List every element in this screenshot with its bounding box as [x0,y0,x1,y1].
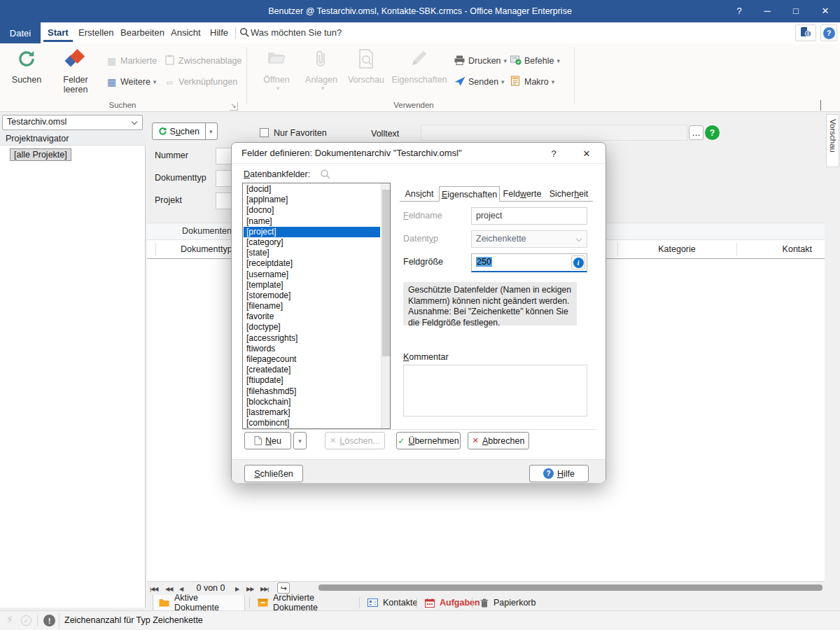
tab-hilfe[interactable]: Hilfe [206,22,232,43]
ribbon-senden-button[interactable]: Senden ▾ [454,74,505,90]
db-field-item[interactable]: [name] [244,216,380,227]
dialog-close-button[interactable]: ✕ [578,146,596,161]
listbox-scrollbar[interactable] [381,183,390,428]
db-field-item[interactable]: [blockchain] [244,397,380,407]
dialog-tab-feldwerte[interactable]: Feldwerte [500,186,545,202]
db-field-item[interactable]: [filehashmd5] [244,386,380,397]
tab-datei[interactable]: Datei [0,22,41,43]
tree-item-alle-projekte[interactable]: [alle Projekte] [10,148,71,161]
project-tree: [alle Projekte] [0,146,146,608]
tab-start[interactable]: Start [43,22,73,43]
db-field-item[interactable]: [lastremark] [244,407,380,418]
new-page-icon [254,436,262,445]
scrollbar-thumb[interactable] [382,190,390,356]
titlebar: Benutzer @ Testarchiv.omsl, Kontakte-SBK… [0,0,840,22]
hilfe-button[interactable]: ? Hilfe [529,465,589,482]
nav-next-page-button[interactable]: ▶▶ [246,584,253,594]
collapse-ribbon-button[interactable] [820,101,821,111]
loeschen-button: ✕ Löschen... [325,432,385,449]
db-field-item[interactable]: [state] [244,248,380,258]
dialog-tab-ansicht[interactable]: Ansicht [400,186,439,202]
volltext-help-button[interactable]: ? [705,125,720,140]
uebernehmen-button[interactable]: ✓ Übernehmen [396,432,461,449]
ribbon-weitere-button[interactable]: ▦ Weitere ▾ [106,74,156,90]
nav-prev-page-button[interactable]: ◀◀ [165,584,172,594]
web-help-button[interactable] [795,24,816,41]
db-field-item[interactable]: [receiptdate] [244,258,380,269]
neu-dropdown-button[interactable]: ▾ [293,432,307,449]
db-field-item[interactable]: [filename] [244,301,380,312]
chevron-down-icon [576,236,582,241]
tab-bearbeiten[interactable]: Bearbeiten [116,22,169,43]
db-field-item[interactable]: [applname] [244,195,380,205]
nav-first-button[interactable]: |◀◀ [150,584,158,594]
column-header-kontakt[interactable]: Kontakt [736,240,819,258]
tab-kontakte[interactable]: Kontakte [362,595,422,610]
db-field-item[interactable]: [template] [244,280,380,290]
search-split-button[interactable]: Suchen ▾ [152,122,218,140]
column-header-dokumenttyp[interactable]: Dokumenttyp [181,240,232,258]
db-field-item[interactable]: [combincnt] [244,418,380,428]
tab-papierkorb[interactable]: Papierkorb [475,595,543,610]
schliessen-button[interactable]: Schließen [244,465,303,482]
db-field-item[interactable]: [ftiupdate] [244,375,380,386]
column-header-kategorie[interactable]: Kategorie [617,240,736,258]
archive-combobox-value: Testarchiv.omsl [7,117,66,127]
db-field-item[interactable]: [docno] [244,205,380,216]
dialog-help-button[interactable]: ? [545,146,562,161]
assistant-search[interactable]: Was möchten Sie tun? [251,22,342,43]
db-field-item[interactable]: favorite [244,312,380,322]
dropdown-caret-icon: ▾ [209,128,213,135]
horizontal-scrollbar[interactable] [318,584,822,591]
db-field-item[interactable]: [docid] [244,184,380,195]
info-icon: i [573,258,584,268]
db-field-item[interactable]: ftiwords [244,344,380,354]
db-field-item[interactable]: [project] [244,227,380,237]
projektnavigator-header: Projektnavigator [0,132,146,146]
eraser-icon [50,49,101,73]
neu-button[interactable]: Neu [244,432,291,449]
feldgroesse-info-button[interactable]: i [571,255,585,270]
close-button[interactable]: ✕ [811,0,840,22]
archive-combobox[interactable]: Testarchiv.omsl [2,115,143,130]
field-search-icon[interactable] [320,169,331,182]
titlebar-help-button[interactable]: ? [725,0,753,22]
minimize-button[interactable]: ─ [753,0,781,22]
dialog-tab-sicherheit[interactable]: Sicherheit [545,186,593,202]
dialog-launcher-icon[interactable]: ↘ [230,102,238,111]
ribbon-makro-button[interactable]: Makro ▾ [510,74,554,90]
ribbon-drucken-button[interactable]: Drucken ▾ [454,53,507,69]
tab-erstellen[interactable]: Erstellen [74,22,118,43]
tab-archivierte-dokumente[interactable]: Archivierte Dokumente [252,595,357,610]
help-button[interactable]: ? [820,24,837,41]
ribbon-suchen-button[interactable]: Suchen [7,49,46,95]
db-field-item[interactable]: [username] [244,270,380,280]
kommentar-textarea[interactable] [403,365,587,416]
nav-last-button[interactable]: ▶▶| [260,584,268,594]
tab-ansicht[interactable]: Ansicht [167,22,205,43]
db-field-item[interactable]: [storemode] [244,290,380,301]
maximize-button[interactable]: □ [781,0,811,22]
nur-favoriten-checkbox[interactable] [260,128,269,137]
volltext-input[interactable] [421,125,687,141]
db-field-item[interactable]: [category] [244,237,380,248]
vorschau-side-tab[interactable]: Vorschau [826,114,839,167]
abbrechen-button[interactable]: ✕ Abbrechen [468,432,529,449]
feldname-input[interactable]: project [471,207,587,225]
db-field-item[interactable]: [doctype] [244,322,380,332]
dialog-tab-eigenschaften[interactable]: Eigenschaften [439,186,500,202]
ribbon-felder-leeren-button[interactable]: Felder leeren [50,49,101,95]
db-field-item[interactable]: [accessrights] [244,333,380,344]
volltext-ellipsis-button[interactable]: … [689,125,704,140]
feldgroesse-input[interactable]: 250 i [471,253,587,272]
menubar: Datei Start Erstellen Bearbeiten Ansicht… [0,22,840,43]
check-circle-icon: ✓ [21,615,31,626]
tab-aktive-dokumente[interactable]: Aktive Dokumente [153,595,245,610]
ribbon-befehle-button[interactable]: Befehle ▾ [510,53,560,69]
db-fields-listbox[interactable]: [docid][applname][docno][name][project][… [242,183,391,429]
nav-jump-button[interactable]: ↪ [277,582,290,594]
db-field-item[interactable]: filepagecount [244,354,380,365]
db-field-item[interactable]: [createdate] [244,365,380,375]
tab-aufgaben[interactable]: Aufgaben [419,595,479,610]
chevron-down-icon [132,119,137,125]
